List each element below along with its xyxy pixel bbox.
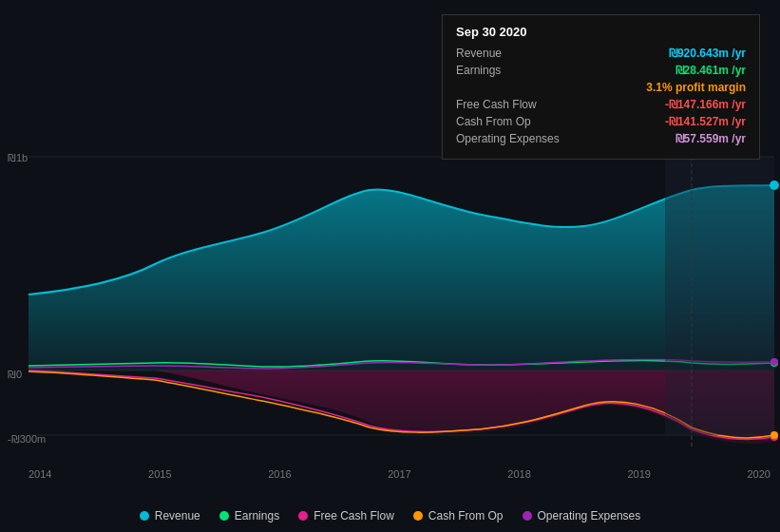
legend-dot-earnings <box>219 511 229 521</box>
tooltip-panel: Sep 30 2020 Revenue ₪920.643m /yr Earnin… <box>442 14 760 160</box>
x-label-2017: 2017 <box>388 468 410 480</box>
legend-dot-cashfromop <box>413 511 423 521</box>
y-label-0: ₪0 <box>8 369 22 381</box>
x-axis-labels: 2014 2015 2016 2017 2018 2019 2020 <box>29 468 770 480</box>
y-label-neg300m: -₪300m <box>8 433 46 446</box>
tooltip-row-margin: 3.1% profit margin <box>456 81 746 94</box>
y-label-1b: ₪1b <box>8 152 28 164</box>
legend-label-cashfromop: Cash From Op <box>428 509 504 522</box>
legend-dot-fcf <box>298 511 308 521</box>
legend-label-fcf: Free Cash Flow <box>314 509 394 522</box>
tooltip-row-cashfromop: Cash From Op -₪141.527m /yr <box>456 115 746 128</box>
tooltip-row-revenue: Revenue ₪920.643m /yr <box>456 47 746 60</box>
svg-point-7 <box>770 180 779 190</box>
svg-point-10 <box>770 431 778 439</box>
legend-fcf[interactable]: Free Cash Flow <box>298 509 394 522</box>
svg-rect-6 <box>665 157 774 435</box>
legend-dot-revenue <box>140 511 149 521</box>
svg-point-11 <box>770 358 778 366</box>
chart-legend: Revenue Earnings Free Cash Flow Cash Fro… <box>0 509 780 522</box>
legend-cashfromop[interactable]: Cash From Op <box>413 509 504 522</box>
legend-dot-opex <box>523 511 532 521</box>
x-label-2016: 2016 <box>268 468 291 480</box>
x-label-2015: 2015 <box>148 468 171 480</box>
tooltip-title: Sep 30 2020 <box>456 25 746 39</box>
tooltip-row-fcf: Free Cash Flow -₪147.166m /yr <box>456 98 746 111</box>
tooltip-row-opex: Operating Expenses ₪57.559m /yr <box>456 132 746 145</box>
legend-label-opex: Operating Expenses <box>538 509 641 522</box>
tooltip-row-earnings: Earnings ₪28.461m /yr <box>456 64 746 77</box>
legend-revenue[interactable]: Revenue <box>140 509 200 522</box>
x-label-2020: 2020 <box>747 468 770 480</box>
legend-opex[interactable]: Operating Expenses <box>523 509 641 522</box>
legend-label-earnings: Earnings <box>235 509 279 522</box>
x-label-2019: 2019 <box>627 468 650 480</box>
x-label-2014: 2014 <box>29 468 51 480</box>
x-label-2018: 2018 <box>507 468 530 480</box>
legend-label-revenue: Revenue <box>155 509 200 522</box>
legend-earnings[interactable]: Earnings <box>219 509 279 522</box>
